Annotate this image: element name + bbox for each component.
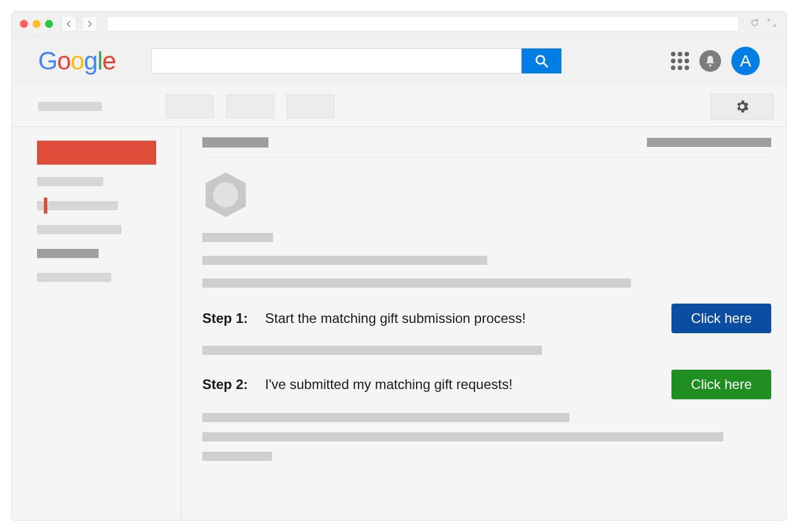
body-placeholder-line (202, 279, 631, 288)
step-2-label: Step 2: (202, 377, 265, 392)
svg-point-2 (709, 64, 711, 67)
nav-back-button[interactable] (61, 16, 77, 32)
reload-button[interactable] (748, 18, 761, 30)
search-icon (534, 53, 549, 69)
expand-icon (768, 19, 776, 27)
email-meta-placeholder (647, 138, 771, 147)
svg-point-0 (536, 56, 544, 64)
step-1-label: Step 1: (202, 310, 265, 326)
toolbar-buttons (166, 95, 335, 118)
step-2-row: Step 2: I've submitted my matching gift … (202, 370, 771, 399)
notifications-button[interactable] (699, 50, 721, 72)
sidebar-item-3[interactable] (37, 225, 121, 234)
email-content: Step 1: Start the matching gift submissi… (182, 127, 786, 520)
body-placeholder-line (202, 413, 569, 422)
compose-button[interactable] (37, 141, 156, 165)
app-window: Google A (11, 11, 787, 521)
sender-avatar[interactable] (202, 171, 249, 218)
settings-button[interactable] (711, 93, 773, 120)
header-actions: A (671, 47, 760, 75)
sidebar-item-1[interactable] (37, 177, 103, 186)
step-2-cta-button[interactable]: Click here (671, 370, 771, 399)
body-placeholder-line (202, 346, 542, 355)
fullscreen-button[interactable] (766, 19, 778, 29)
search-box (151, 48, 561, 73)
account-avatar[interactable]: A (731, 47, 760, 75)
window-close[interactable] (20, 20, 28, 28)
step-1-row: Step 1: Start the matching gift submissi… (202, 304, 771, 333)
body-placeholder-line (202, 452, 272, 461)
step-2-text: I've submitted my matching gift requests… (265, 377, 665, 392)
sender-avatar-inner (213, 182, 238, 207)
toolbar-left-placeholder (38, 102, 102, 111)
avatar-initial: A (740, 51, 751, 71)
window-zoom[interactable] (45, 20, 53, 28)
sidebar-item-2[interactable] (37, 201, 118, 210)
reload-icon (750, 18, 759, 27)
sidebar-item-4[interactable] (37, 249, 99, 258)
google-logo[interactable]: Google (38, 47, 116, 75)
url-bar[interactable] (107, 16, 739, 32)
gear-icon (734, 99, 750, 114)
google-header: Google A (12, 36, 786, 86)
bell-icon (705, 55, 716, 67)
browser-chrome (12, 12, 786, 36)
svg-line-1 (544, 63, 548, 67)
main-area: Step 1: Start the matching gift submissi… (12, 127, 786, 520)
search-input[interactable] (151, 48, 522, 73)
sender-row (202, 171, 771, 218)
apps-launcher[interactable] (671, 52, 689, 70)
sidebar (12, 127, 182, 520)
body-placeholder-line (202, 233, 273, 242)
content-header (202, 127, 771, 158)
body-placeholder-line (202, 432, 723, 441)
email-subject-placeholder (202, 137, 268, 148)
body-placeholder-line (202, 256, 487, 265)
step-1-cta-button[interactable]: Click here (671, 304, 771, 333)
sidebar-active-indicator (44, 198, 47, 214)
step-1-text: Start the matching gift submission proce… (265, 310, 665, 326)
toolbar-button-2[interactable] (226, 95, 274, 118)
chevron-right-icon (87, 20, 92, 28)
window-controls (20, 20, 53, 28)
chevron-left-icon (66, 20, 72, 28)
toolbar (12, 86, 786, 127)
window-minimize[interactable] (32, 20, 40, 28)
toolbar-button-3[interactable] (287, 95, 335, 118)
toolbar-button-1[interactable] (166, 95, 214, 118)
search-button[interactable] (522, 48, 561, 73)
sidebar-item-5[interactable] (37, 273, 111, 282)
nav-forward-button[interactable] (82, 16, 97, 32)
